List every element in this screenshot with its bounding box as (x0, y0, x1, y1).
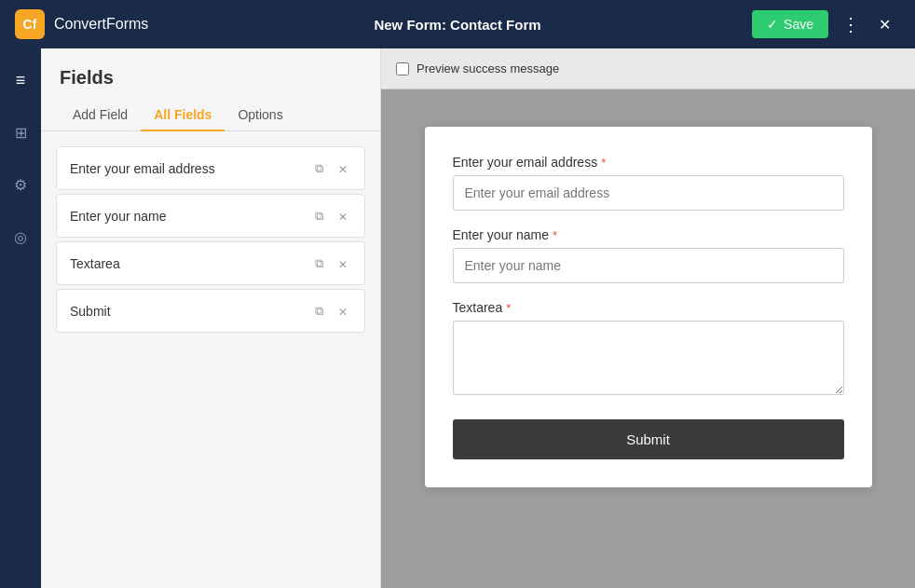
required-star: * (553, 228, 557, 242)
remove-icon (338, 161, 348, 176)
check-icon (767, 17, 778, 32)
form-group-name: Enter your name * (453, 227, 844, 283)
field-copy-button[interactable] (311, 206, 327, 226)
field-item-label: Textarea (70, 256, 311, 271)
form-input-email[interactable] (453, 175, 844, 211)
field-item-submit[interactable]: Submit (56, 289, 365, 333)
form-group-textarea: Textarea * (453, 300, 844, 399)
form-card: Enter your email address * Enter your na… (425, 127, 872, 487)
field-copy-button[interactable] (311, 253, 327, 273)
sidebar-item-media[interactable] (4, 116, 37, 149)
required-star: * (601, 156, 606, 170)
gear-icon (14, 175, 27, 195)
field-item-label: Submit (70, 304, 311, 319)
preview-bar: Preview success message (381, 48, 915, 89)
remove-icon (338, 256, 348, 271)
sidebar-item-settings[interactable] (4, 168, 37, 201)
sidebar-item-target[interactable] (4, 220, 37, 253)
form-label-email: Enter your email address * (453, 155, 844, 170)
copy-icon (315, 208, 323, 223)
form-submit-button[interactable]: Submit (453, 419, 844, 459)
field-item-label: Enter your email address (70, 161, 311, 176)
close-icon (879, 15, 891, 34)
field-remove-button[interactable] (335, 159, 351, 178)
close-button[interactable] (869, 9, 900, 40)
more-options-button[interactable] (832, 7, 869, 41)
remove-icon (338, 209, 348, 224)
field-actions (311, 253, 351, 273)
field-remove-button[interactable] (335, 207, 351, 226)
remove-icon (338, 304, 348, 319)
fields-panel: Fields Add Field All Fields Options Ente… (41, 48, 381, 588)
field-actions (311, 206, 351, 226)
field-remove-button[interactable] (335, 254, 351, 273)
copy-icon (315, 303, 323, 318)
field-item-textarea[interactable]: Textarea (56, 241, 365, 285)
app-header: Cf ConvertForms New Form: Contact Form S… (0, 0, 915, 48)
copy-icon (315, 255, 323, 270)
copy-icon (315, 160, 323, 175)
field-actions (311, 301, 351, 321)
field-item-name[interactable]: Enter your name (56, 194, 365, 238)
save-button[interactable]: Save (752, 10, 828, 38)
preview-success-label: Preview success message (417, 62, 559, 75)
target-icon (14, 227, 27, 247)
main-layout: Fields Add Field All Fields Options Ente… (0, 48, 915, 588)
image-icon (15, 123, 27, 143)
form-textarea[interactable] (453, 321, 844, 395)
preview-area: Preview success message Enter your email… (381, 48, 915, 588)
sidebar-icons (0, 48, 41, 588)
tab-all-fields[interactable]: All Fields (141, 100, 225, 131)
sidebar-item-fields[interactable] (4, 63, 37, 97)
tab-options[interactable]: Options (225, 100, 295, 131)
form-label-textarea: Textarea * (453, 300, 844, 315)
fields-panel-title: Fields (41, 48, 380, 89)
app-name: ConvertForms (54, 16, 148, 33)
required-star: * (506, 301, 511, 315)
form-group-email: Enter your email address * (453, 155, 844, 211)
field-actions (311, 158, 351, 178)
list-icon (16, 71, 26, 90)
app-logo: Cf (15, 9, 45, 39)
field-copy-button[interactable] (311, 158, 327, 178)
preview-success-checkbox[interactable] (396, 62, 409, 75)
fields-tabs: Add Field All Fields Options (41, 89, 380, 131)
field-item-email[interactable]: Enter your email address (56, 146, 365, 190)
header-title: New Form: Contact Form (374, 17, 540, 33)
field-item-label: Enter your name (70, 209, 311, 224)
form-wrapper: Enter your email address * Enter your na… (381, 89, 915, 588)
field-remove-button[interactable] (335, 302, 351, 321)
form-input-name[interactable] (453, 248, 844, 283)
more-options-icon (841, 16, 860, 34)
tab-add-field[interactable]: Add Field (60, 100, 141, 131)
field-copy-button[interactable] (311, 301, 327, 321)
form-label-name: Enter your name * (453, 227, 844, 242)
fields-list: Enter your email address Enter your name (41, 131, 380, 348)
